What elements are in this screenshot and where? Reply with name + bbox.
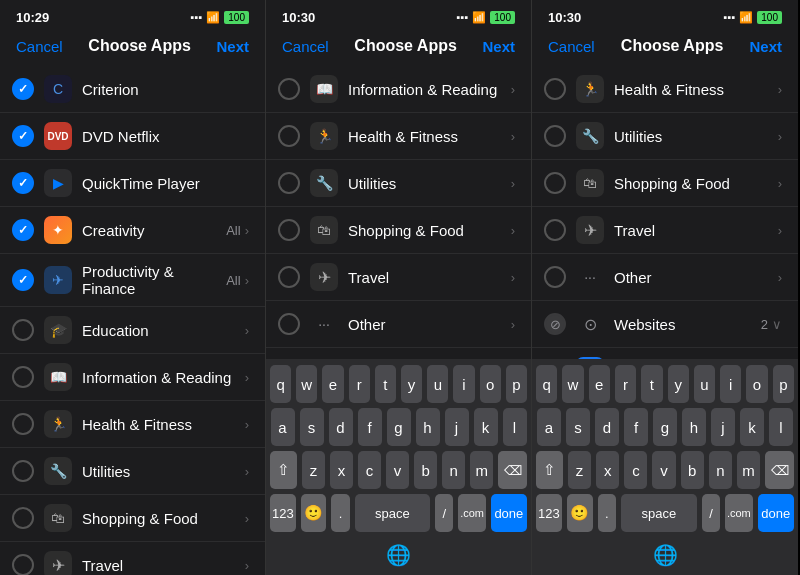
key-3-j[interactable]: j [711, 408, 735, 446]
key-v[interactable]: v [386, 451, 409, 489]
key-i[interactable]: i [453, 365, 474, 403]
key-3-k[interactable]: k [740, 408, 764, 446]
key-3-y[interactable]: y [668, 365, 689, 403]
key-e[interactable]: e [322, 365, 343, 403]
key-t[interactable]: t [375, 365, 396, 403]
list-item-quicktime[interactable]: ▶ QuickTime Player [0, 160, 265, 207]
key-com[interactable]: .com [458, 494, 485, 532]
key-3-l[interactable]: l [769, 408, 793, 446]
checkbox-2-travel[interactable] [278, 266, 300, 288]
key-w[interactable]: w [296, 365, 317, 403]
key-k[interactable]: k [474, 408, 498, 446]
key-3-s[interactable]: s [566, 408, 590, 446]
checkbox-shopping[interactable] [12, 507, 34, 529]
list-item-2-websites[interactable]: ⊙ Websites 1 › [266, 348, 531, 359]
key-h[interactable]: h [416, 408, 440, 446]
list-item-2-health[interactable]: 🏃 Health & Fitness › [266, 113, 531, 160]
key-a[interactable]: a [271, 408, 295, 446]
checkbox-2-shopping[interactable] [278, 219, 300, 241]
key-3-slash[interactable]: / [702, 494, 720, 532]
cancel-button-1[interactable]: Cancel [16, 38, 63, 55]
checkbox-3-travel[interactable] [544, 219, 566, 241]
key-j[interactable]: j [445, 408, 469, 446]
list-item-3-travel[interactable]: ✈ Travel › [532, 207, 798, 254]
key-3-m[interactable]: m [737, 451, 760, 489]
checkbox-3-shopping[interactable] [544, 172, 566, 194]
checkbox-2-reading[interactable] [278, 78, 300, 100]
list-item-3-utilities[interactable]: 🔧 Utilities › [532, 113, 798, 160]
list-item-dvd[interactable]: DVD DVD Netflix [0, 113, 265, 160]
list-item-education[interactable]: 🎓 Education › [0, 307, 265, 354]
key-3-c[interactable]: c [624, 451, 647, 489]
checkbox-3-other[interactable] [544, 266, 566, 288]
key-3-a[interactable]: a [537, 408, 561, 446]
key-3-b[interactable]: b [681, 451, 704, 489]
list-item-2-shopping[interactable]: 🛍 Shopping & Food › [266, 207, 531, 254]
key-3-f[interactable]: f [624, 408, 648, 446]
key-3-r[interactable]: r [615, 365, 636, 403]
key-p[interactable]: p [506, 365, 527, 403]
key-3-delete[interactable]: ⌫ [765, 451, 794, 489]
key-3-n[interactable]: n [709, 451, 732, 489]
key-s[interactable]: s [300, 408, 324, 446]
checkbox-reading[interactable] [12, 366, 34, 388]
key-space[interactable]: space [355, 494, 431, 532]
key-3-i[interactable]: i [720, 365, 741, 403]
list-item-3-other[interactable]: ··· Other › [532, 254, 798, 301]
checkbox-criterion[interactable] [12, 78, 34, 100]
list-item-utilities[interactable]: 🔧 Utilities › [0, 448, 265, 495]
list-item-3-shopping[interactable]: 🛍 Shopping & Food › [532, 160, 798, 207]
globe-icon-2[interactable]: 🌐 [386, 543, 411, 567]
key-q[interactable]: q [270, 365, 291, 403]
list-item-2-utilities[interactable]: 🔧 Utilities › [266, 160, 531, 207]
key-3-o[interactable]: o [746, 365, 767, 403]
key-d[interactable]: d [329, 408, 353, 446]
next-button-2[interactable]: Next [482, 38, 515, 55]
key-m[interactable]: m [470, 451, 493, 489]
key-3-p[interactable]: p [773, 365, 794, 403]
list-item-shopping[interactable]: 🛍 Shopping & Food › [0, 495, 265, 542]
list-item-3-health[interactable]: 🏃 Health & Fitness › [532, 66, 798, 113]
key-3-d[interactable]: d [595, 408, 619, 446]
key-b[interactable]: b [414, 451, 437, 489]
key-y[interactable]: y [401, 365, 422, 403]
checkbox-2-other[interactable] [278, 313, 300, 335]
key-shift[interactable]: ⇧ [270, 451, 297, 489]
list-item-reading[interactable]: 📖 Information & Reading › [0, 354, 265, 401]
checkbox-productivity[interactable] [12, 269, 34, 291]
key-3-u[interactable]: u [694, 365, 715, 403]
key-3-w[interactable]: w [562, 365, 583, 403]
list-item-productivity[interactable]: ✈ Productivity & Finance All › [0, 254, 265, 307]
key-emoji[interactable]: 🙂 [301, 494, 327, 532]
list-item-2-travel[interactable]: ✈ Travel › [266, 254, 531, 301]
key-3-z[interactable]: z [568, 451, 591, 489]
list-item-3-facebook[interactable]: f facebook.com [532, 348, 798, 359]
key-3-dot[interactable]: . [598, 494, 616, 532]
list-item-3-websites[interactable]: ⊙ Websites 2 ∨ [532, 301, 798, 348]
key-3-shift[interactable]: ⇧ [536, 451, 563, 489]
key-slash[interactable]: / [435, 494, 453, 532]
key-delete[interactable]: ⌫ [498, 451, 527, 489]
key-n[interactable]: n [442, 451, 465, 489]
cancel-button-3[interactable]: Cancel [548, 38, 595, 55]
checkbox-2-health[interactable] [278, 125, 300, 147]
key-done[interactable]: done [491, 494, 527, 532]
checkbox-3-utilities[interactable] [544, 125, 566, 147]
list-item-health[interactable]: 🏃 Health & Fitness › [0, 401, 265, 448]
cancel-button-2[interactable]: Cancel [282, 38, 329, 55]
next-button-1[interactable]: Next [216, 38, 249, 55]
list-item-2-other[interactable]: ··· Other › [266, 301, 531, 348]
key-3-g[interactable]: g [653, 408, 677, 446]
key-g[interactable]: g [387, 408, 411, 446]
key-f[interactable]: f [358, 408, 382, 446]
key-3-emoji[interactable]: 🙂 [567, 494, 593, 532]
key-3-t[interactable]: t [641, 365, 662, 403]
key-u[interactable]: u [427, 365, 448, 403]
key-x[interactable]: x [330, 451, 353, 489]
key-z[interactable]: z [302, 451, 325, 489]
checkbox-creativity[interactable] [12, 219, 34, 241]
checkbox-health[interactable] [12, 413, 34, 435]
list-item-travel[interactable]: ✈ Travel › [0, 542, 265, 575]
checkbox-utilities[interactable] [12, 460, 34, 482]
key-3-space[interactable]: space [621, 494, 697, 532]
